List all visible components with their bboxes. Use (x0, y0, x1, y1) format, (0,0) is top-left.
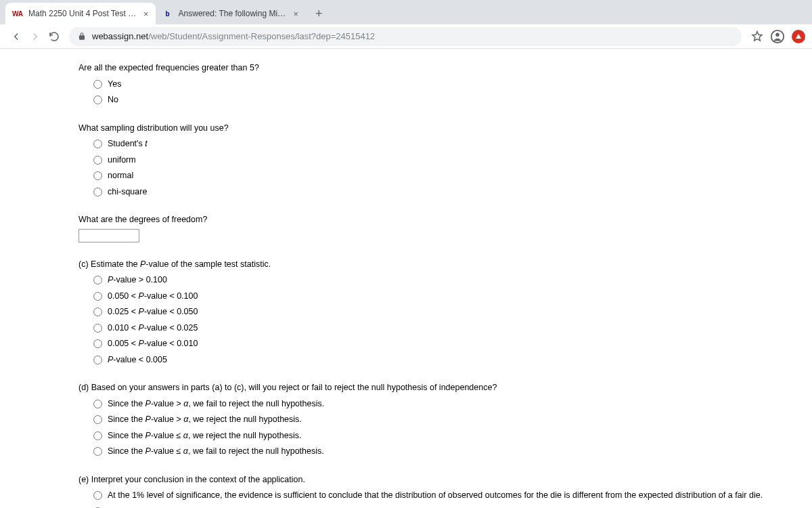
radio-label: uniform (108, 154, 136, 167)
radio-option[interactable]: 0.010 < P-value < 0.025 (93, 322, 812, 335)
radio-group: At the 1% level of significance, the evi… (78, 490, 812, 508)
radio-group: Student's t uniform normal chi-square (78, 138, 812, 198)
radio-option[interactable]: P-value < 0.005 (93, 354, 812, 366)
radio-label: Since the P-value > α, we fail to reject… (108, 398, 324, 410)
question-c-pvalue: (c) Estimate the P-value of the sample t… (78, 259, 812, 366)
question-text: What sampling distribution will you use? (78, 123, 812, 135)
radio-option-normal[interactable]: normal (93, 170, 812, 182)
radio-group: Since the P-value > α, we fail to reject… (78, 398, 812, 458)
reload-icon (48, 30, 60, 43)
radio-input[interactable] (93, 96, 102, 104)
question-degrees-freedom: What are the degrees of freedom? (78, 214, 812, 242)
question-text: Are all the expected frequencies greater… (78, 62, 812, 75)
radio-label: P-value > 0.100 (108, 274, 167, 287)
radio-label: Student's t (108, 138, 148, 150)
radio-input[interactable] (93, 339, 102, 348)
radio-input[interactable] (93, 447, 102, 456)
radio-label: 0.050 < P-value < 0.100 (108, 291, 198, 303)
url-path: /web/Student/Assignment-Responses/last?d… (148, 31, 375, 41)
arrow-right-icon (29, 30, 41, 43)
radio-option[interactable]: 0.025 < P-value < 0.050 (93, 306, 812, 318)
bookmark-star-icon[interactable] (751, 30, 763, 43)
question-text: (c) Estimate the P-value of the sample t… (78, 259, 812, 271)
radio-input[interactable] (93, 400, 102, 408)
radio-option-no[interactable]: No (93, 94, 812, 106)
radio-label: No (108, 94, 118, 106)
radio-input[interactable] (93, 156, 102, 165)
radio-label: Since the P-value > α, we reject the nul… (108, 414, 302, 426)
url-domain: webassign.net (92, 31, 148, 41)
part-label: (d) (78, 383, 91, 392)
radio-group: Yes No (78, 79, 812, 106)
radio-input[interactable] (93, 308, 102, 316)
radio-option[interactable]: At the 1% level of significance, the evi… (93, 506, 812, 509)
radio-label: P-value < 0.005 (108, 354, 167, 366)
radio-option[interactable]: 0.050 < P-value < 0.100 (93, 291, 812, 303)
radio-input[interactable] (93, 140, 102, 148)
radio-input[interactable] (93, 80, 102, 89)
back-button[interactable] (7, 27, 26, 46)
question-sampling-distribution: What sampling distribution will you use?… (78, 123, 812, 198)
tab-title: Math 2250 Unit 4 Post Test Re (28, 9, 137, 18)
tab-title: Answered: The following Minita (179, 9, 287, 18)
extension-icon[interactable] (792, 30, 805, 43)
close-icon[interactable]: × (294, 9, 299, 19)
forward-button[interactable] (26, 27, 45, 46)
radio-input[interactable] (93, 276, 102, 284)
radio-label: 0.010 < P-value < 0.025 (108, 322, 198, 335)
radio-input[interactable] (93, 356, 102, 364)
profile-icon[interactable] (770, 29, 785, 44)
radio-input[interactable] (93, 324, 102, 333)
address-bar: webassign.net/web/Student/Assignment-Res… (0, 24, 812, 49)
radio-option[interactable]: Since the P-value ≤ α, we fail to reject… (93, 446, 812, 458)
browser-tab-active[interactable]: WA Math 2250 Unit 4 Post Test Re × (5, 3, 156, 24)
url-input[interactable]: webassign.net/web/Student/Assignment-Res… (69, 27, 742, 46)
radio-label: Yes (108, 79, 121, 91)
arrow-left-icon (10, 30, 22, 43)
radio-option-yes[interactable]: Yes (93, 79, 812, 91)
radio-label: Since the P-value ≤ α, we fail to reject… (108, 446, 324, 458)
radio-input[interactable] (93, 415, 102, 424)
radio-label: 0.005 < P-value < 0.010 (108, 338, 198, 350)
radio-input[interactable] (93, 431, 102, 440)
radio-label: At the 1% level of significance, the evi… (108, 490, 763, 502)
svg-point-1 (775, 33, 780, 37)
radio-option[interactable]: P-value > 0.100 (93, 274, 812, 287)
part-label: (c) (78, 259, 91, 269)
tab-bar: WA Math 2250 Unit 4 Post Test Re × b Ans… (0, 0, 812, 24)
main-content: Are all the expected frequencies greater… (0, 49, 812, 508)
radio-option-students-t[interactable]: Student's t (93, 138, 812, 150)
favicon-bartleby: b (162, 8, 173, 19)
radio-option-chi-square[interactable]: chi-square (93, 186, 812, 198)
question-e-interpret: (e) Interpret your conclusion in the con… (78, 474, 812, 509)
degrees-freedom-input[interactable] (78, 229, 139, 242)
radio-option[interactable]: 0.005 < P-value < 0.010 (93, 338, 812, 350)
radio-label: normal (108, 170, 133, 182)
radio-option-uniform[interactable]: uniform (93, 154, 812, 167)
radio-label: At the 1% level of significance, the evi… (108, 506, 769, 509)
radio-input[interactable] (93, 188, 102, 196)
question-text: What are the degrees of freedom? (78, 214, 812, 226)
close-icon[interactable]: × (143, 9, 149, 19)
question-d-reject: (d) Based on your answers in parts (a) t… (78, 382, 812, 458)
radio-label: 0.025 < P-value < 0.050 (108, 306, 198, 318)
radio-input[interactable] (93, 292, 102, 301)
question-expected-frequencies: Are all the expected frequencies greater… (78, 62, 812, 106)
radio-option[interactable]: Since the P-value > α, we reject the nul… (93, 414, 812, 426)
part-label: (e) (78, 475, 91, 484)
radio-label: Since the P-value ≤ α, we reject the nul… (108, 430, 301, 442)
browser-tab[interactable]: b Answered: The following Minita × (156, 3, 306, 24)
lock-icon (77, 32, 87, 41)
radio-label: chi-square (108, 186, 147, 198)
reload-button[interactable] (45, 27, 64, 46)
question-text: (d) Based on your answers in parts (a) t… (78, 382, 812, 394)
radio-option[interactable]: Since the P-value ≤ α, we reject the nul… (93, 430, 812, 442)
radio-input[interactable] (93, 491, 102, 500)
radio-input[interactable] (93, 171, 102, 180)
new-tab-button[interactable]: + (309, 4, 328, 23)
radio-option[interactable]: Since the P-value > α, we fail to reject… (93, 398, 812, 410)
favicon-webassign: WA (12, 8, 23, 19)
question-text: (e) Interpret your conclusion in the con… (78, 474, 812, 486)
radio-option[interactable]: At the 1% level of significance, the evi… (93, 490, 812, 502)
radio-group: P-value > 0.100 0.050 < P-value < 0.100 … (78, 274, 812, 366)
